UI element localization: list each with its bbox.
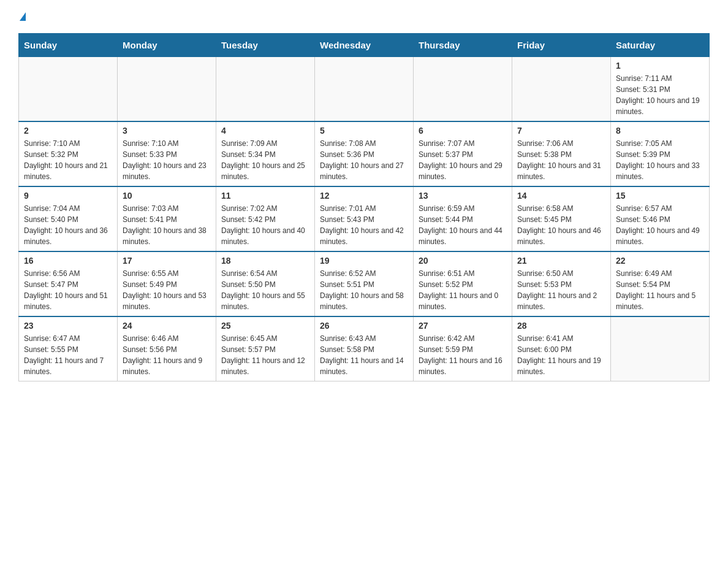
day-info: Sunrise: 7:03 AMSunset: 5:41 PMDaylight:…: [123, 203, 211, 247]
day-info: Sunrise: 6:54 AMSunset: 5:50 PMDaylight:…: [221, 268, 309, 312]
calendar-day-cell: 20Sunrise: 6:51 AMSunset: 5:52 PMDayligh…: [414, 251, 512, 316]
day-info: Sunrise: 6:56 AMSunset: 5:47 PMDaylight:…: [24, 268, 112, 312]
day-info: Sunrise: 6:45 AMSunset: 5:57 PMDaylight:…: [221, 333, 309, 377]
day-info: Sunrise: 7:04 AMSunset: 5:40 PMDaylight:…: [24, 203, 112, 247]
day-info: Sunrise: 6:58 AMSunset: 5:45 PMDaylight:…: [517, 203, 605, 247]
calendar-day-cell: 14Sunrise: 6:58 AMSunset: 5:45 PMDayligh…: [512, 186, 611, 251]
calendar-week-row: 1Sunrise: 7:11 AMSunset: 5:31 PMDaylight…: [19, 57, 710, 122]
day-info: Sunrise: 7:08 AMSunset: 5:36 PMDaylight:…: [320, 138, 408, 182]
day-info: Sunrise: 6:41 AMSunset: 6:00 PMDaylight:…: [517, 333, 605, 377]
day-info: Sunrise: 7:07 AMSunset: 5:37 PMDaylight:…: [419, 138, 507, 182]
day-number: 8: [616, 126, 704, 136]
day-number: 20: [419, 256, 507, 266]
calendar-day-cell: 13Sunrise: 6:59 AMSunset: 5:44 PMDayligh…: [414, 186, 512, 251]
calendar-day-cell: 1Sunrise: 7:11 AMSunset: 5:31 PMDaylight…: [611, 57, 710, 122]
day-info: Sunrise: 7:02 AMSunset: 5:42 PMDaylight:…: [221, 203, 309, 247]
calendar-day-cell: 21Sunrise: 6:50 AMSunset: 5:53 PMDayligh…: [512, 251, 611, 316]
day-number: 24: [123, 321, 211, 331]
calendar-day-cell: 18Sunrise: 6:54 AMSunset: 5:50 PMDayligh…: [216, 251, 315, 316]
day-info: Sunrise: 7:06 AMSunset: 5:38 PMDaylight:…: [517, 138, 605, 182]
calendar-day-cell: 7Sunrise: 7:06 AMSunset: 5:38 PMDaylight…: [512, 121, 611, 186]
calendar-day-cell: 12Sunrise: 7:01 AMSunset: 5:43 PMDayligh…: [315, 186, 414, 251]
calendar-day-cell: [118, 57, 216, 122]
calendar-day-cell: 23Sunrise: 6:47 AMSunset: 5:55 PMDayligh…: [19, 316, 118, 381]
day-info: Sunrise: 7:10 AMSunset: 5:32 PMDaylight:…: [24, 138, 112, 182]
day-info: Sunrise: 6:49 AMSunset: 5:54 PMDaylight:…: [616, 268, 704, 312]
day-of-week-header: Wednesday: [315, 34, 414, 57]
calendar-day-cell: 24Sunrise: 6:46 AMSunset: 5:56 PMDayligh…: [118, 316, 216, 381]
calendar-week-row: 23Sunrise: 6:47 AMSunset: 5:55 PMDayligh…: [19, 316, 710, 381]
day-of-week-header: Sunday: [19, 34, 118, 57]
day-number: 4: [221, 126, 309, 136]
calendar-week-row: 9Sunrise: 7:04 AMSunset: 5:40 PMDaylight…: [19, 186, 710, 251]
day-info: Sunrise: 6:51 AMSunset: 5:52 PMDaylight:…: [419, 268, 507, 312]
day-number: 14: [517, 191, 605, 201]
calendar-header-row: SundayMondayTuesdayWednesdayThursdayFrid…: [19, 34, 710, 57]
day-number: 23: [24, 321, 112, 331]
calendar-day-cell: [414, 57, 512, 122]
calendar-day-cell: 19Sunrise: 6:52 AMSunset: 5:51 PMDayligh…: [315, 251, 414, 316]
logo: [18, 12, 26, 21]
day-info: Sunrise: 6:42 AMSunset: 5:59 PMDaylight:…: [419, 333, 507, 377]
day-info: Sunrise: 6:59 AMSunset: 5:44 PMDaylight:…: [419, 203, 507, 247]
calendar-day-cell: 22Sunrise: 6:49 AMSunset: 5:54 PMDayligh…: [611, 251, 710, 316]
day-number: 2: [24, 126, 112, 136]
calendar-day-cell: 8Sunrise: 7:05 AMSunset: 5:39 PMDaylight…: [611, 121, 710, 186]
day-info: Sunrise: 6:43 AMSunset: 5:58 PMDaylight:…: [320, 333, 408, 377]
day-number: 27: [419, 321, 507, 331]
day-number: 10: [123, 191, 211, 201]
day-number: 1: [616, 61, 704, 71]
day-info: Sunrise: 6:46 AMSunset: 5:56 PMDaylight:…: [123, 333, 211, 377]
calendar-day-cell: 2Sunrise: 7:10 AMSunset: 5:32 PMDaylight…: [19, 121, 118, 186]
day-number: 19: [320, 256, 408, 266]
calendar-table: SundayMondayTuesdayWednesdayThursdayFrid…: [18, 33, 710, 381]
calendar-day-cell: [315, 57, 414, 122]
day-number: 3: [123, 126, 211, 136]
day-number: 26: [320, 321, 408, 331]
day-number: 13: [419, 191, 507, 201]
calendar-day-cell: [512, 57, 611, 122]
day-info: Sunrise: 7:05 AMSunset: 5:39 PMDaylight:…: [616, 138, 704, 182]
day-number: 6: [419, 126, 507, 136]
day-info: Sunrise: 6:50 AMSunset: 5:53 PMDaylight:…: [517, 268, 605, 312]
day-number: 15: [616, 191, 704, 201]
calendar-day-cell: 5Sunrise: 7:08 AMSunset: 5:36 PMDaylight…: [315, 121, 414, 186]
day-number: 17: [123, 256, 211, 266]
calendar-day-cell: 4Sunrise: 7:09 AMSunset: 5:34 PMDaylight…: [216, 121, 315, 186]
day-of-week-header: Friday: [512, 34, 611, 57]
day-info: Sunrise: 7:11 AMSunset: 5:31 PMDaylight:…: [616, 73, 704, 117]
day-info: Sunrise: 6:52 AMSunset: 5:51 PMDaylight:…: [320, 268, 408, 312]
day-number: 12: [320, 191, 408, 201]
calendar-day-cell: 28Sunrise: 6:41 AMSunset: 6:00 PMDayligh…: [512, 316, 611, 381]
calendar-day-cell: [19, 57, 118, 122]
calendar-day-cell: 27Sunrise: 6:42 AMSunset: 5:59 PMDayligh…: [414, 316, 512, 381]
day-info: Sunrise: 6:47 AMSunset: 5:55 PMDaylight:…: [24, 333, 112, 377]
day-number: 5: [320, 126, 408, 136]
day-info: Sunrise: 7:01 AMSunset: 5:43 PMDaylight:…: [320, 203, 408, 247]
calendar-day-cell: 16Sunrise: 6:56 AMSunset: 5:47 PMDayligh…: [19, 251, 118, 316]
calendar-day-cell: 10Sunrise: 7:03 AMSunset: 5:41 PMDayligh…: [118, 186, 216, 251]
day-info: Sunrise: 6:55 AMSunset: 5:49 PMDaylight:…: [123, 268, 211, 312]
day-info: Sunrise: 7:10 AMSunset: 5:33 PMDaylight:…: [123, 138, 211, 182]
day-of-week-header: Monday: [118, 34, 216, 57]
day-info: Sunrise: 7:09 AMSunset: 5:34 PMDaylight:…: [221, 138, 309, 182]
calendar-day-cell: [216, 57, 315, 122]
day-number: 28: [517, 321, 605, 331]
day-number: 25: [221, 321, 309, 331]
day-number: 21: [517, 256, 605, 266]
calendar-week-row: 16Sunrise: 6:56 AMSunset: 5:47 PMDayligh…: [19, 251, 710, 316]
calendar-day-cell: [611, 316, 710, 381]
day-number: 22: [616, 256, 704, 266]
day-of-week-header: Saturday: [611, 34, 710, 57]
day-of-week-header: Tuesday: [216, 34, 315, 57]
calendar-day-cell: 11Sunrise: 7:02 AMSunset: 5:42 PMDayligh…: [216, 186, 315, 251]
calendar-day-cell: 17Sunrise: 6:55 AMSunset: 5:49 PMDayligh…: [118, 251, 216, 316]
day-number: 18: [221, 256, 309, 266]
page-header: [18, 12, 710, 21]
day-number: 11: [221, 191, 309, 201]
calendar-day-cell: 9Sunrise: 7:04 AMSunset: 5:40 PMDaylight…: [19, 186, 118, 251]
day-number: 16: [24, 256, 112, 266]
day-of-week-header: Thursday: [414, 34, 512, 57]
day-number: 7: [517, 126, 605, 136]
calendar-day-cell: 15Sunrise: 6:57 AMSunset: 5:46 PMDayligh…: [611, 186, 710, 251]
